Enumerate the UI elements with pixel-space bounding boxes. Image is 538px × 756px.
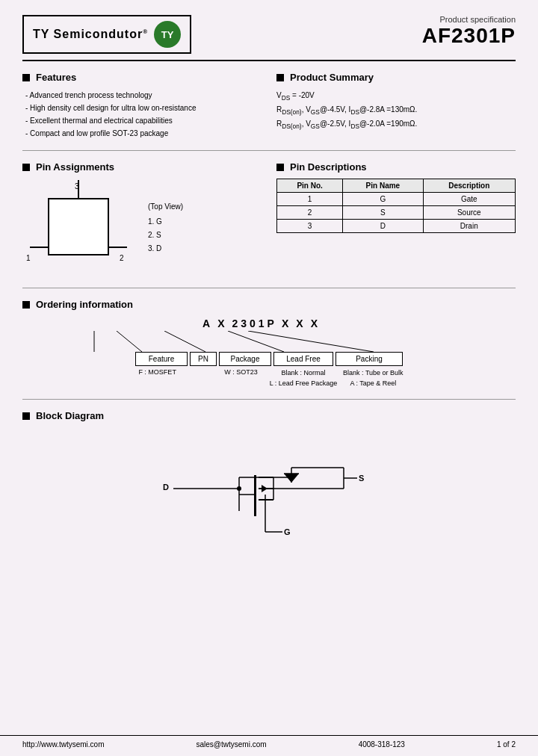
pin-label-2: 2. S — [148, 229, 183, 242]
table-row: 2 S Source — [277, 206, 516, 220]
footer-website: http://www.twtysemi.com — [22, 740, 104, 749]
part-code-x1: X — [217, 317, 227, 329]
part-code-2301p: 2301P — [232, 317, 276, 329]
divider-1 — [22, 150, 516, 151]
mosfet-diagram-svg: D G — [157, 436, 381, 548]
pin-list: 1. G 2. S 3. D — [148, 215, 183, 255]
pin-diagram-area: 1 2 3 (Top View) 1. G 2. S 3. D — [22, 180, 262, 277]
pin-no-1: 1 — [277, 193, 343, 206]
features-list: - Advanced trench process technology - H… — [22, 89, 262, 140]
bullet-icon-5 — [22, 301, 30, 309]
col-pin-no: Pin No. — [277, 179, 343, 193]
pin-descriptions-title: Pin Descriptions — [276, 161, 516, 173]
note-package: W : SOT23 — [215, 368, 268, 376]
logo-icon: TY — [154, 21, 181, 48]
svg-text:S: S — [359, 474, 364, 483]
svg-text:1: 1 — [26, 254, 31, 262]
box-lead-free: Lead Free — [273, 352, 333, 366]
page-header: TY Semicondutor® TY Product specificatio… — [22, 15, 516, 61]
svg-text:D: D — [163, 483, 169, 492]
product-summary-content: VDS = -20V RDS(on), VGS@-4.5V, IDS@-2.8A… — [276, 89, 516, 131]
ordering-title: Ordering information — [22, 299, 516, 310]
svg-rect-16 — [254, 475, 256, 516]
ordering-diagram: A X 2301P X X X — [22, 317, 516, 388]
block-diagram-title: Block Diagram — [22, 410, 516, 421]
product-number: AF2301P — [422, 24, 516, 48]
bullet-icon-6 — [22, 412, 30, 420]
pin-label-1: 1. G — [148, 215, 183, 229]
pin-assignments-section: Pin Assignments 1 2 3 — [22, 161, 262, 277]
rds1-line: RDS(on), VGS@-4.5V, IDS@-2.8A =130mΩ. — [276, 103, 516, 117]
feature-item-4: - Compact and low profile SOT-23 package — [25, 127, 262, 140]
feature-item-3: - Excellent thermal and electrical capab… — [25, 114, 262, 127]
boxes-row: Feature PN Package Lead Free Packing — [135, 352, 403, 366]
vds-line: VDS = -20V — [276, 89, 516, 103]
pin-no-2: 2 — [277, 206, 343, 220]
pin-desc-2: Source — [423, 206, 515, 220]
bullet-icon — [22, 74, 30, 81]
part-code-a: A — [202, 317, 213, 329]
company-logo: TY Semicondutor® TY — [22, 15, 191, 54]
pin-table: Pin No. Pin Name Description 1 G Gate 2 … — [276, 179, 516, 233]
header-right: Product specification AF2301P — [422, 15, 516, 48]
footer-phone: 4008-318-123 — [359, 740, 405, 749]
table-row: 3 D Drain — [277, 220, 516, 233]
company-name: TY Semicondutor® — [33, 28, 148, 41]
svg-text:G: G — [284, 527, 291, 536]
note-lead-free: Blank : Normal L : Lead Free Package — [270, 368, 338, 388]
pin-descriptions-section: Pin Descriptions Pin No. Pin Name Descri… — [276, 161, 516, 277]
features-title: Features — [22, 72, 262, 83]
block-diagram-section: Block Diagram D G — [22, 410, 516, 548]
box-packing: Packing — [336, 352, 403, 366]
spec-label: Product specification — [422, 15, 516, 24]
footer-page: 1 of 2 — [497, 740, 516, 749]
bullet-icon-3 — [22, 164, 30, 171]
bullet-icon-4 — [276, 164, 284, 171]
svg-line-8 — [117, 331, 142, 352]
pin-label-3: 3. D — [148, 242, 183, 255]
registered-mark: ® — [143, 28, 148, 35]
box-package: Package — [219, 352, 271, 366]
svg-marker-27 — [284, 474, 299, 483]
top-view-label: (Top View) — [148, 202, 183, 211]
svg-line-10 — [228, 331, 284, 352]
bullet-icon-2 — [276, 74, 284, 81]
box-feature: Feature — [135, 352, 188, 366]
product-summary-section: Product Summary VDS = -20V RDS(on), VGS@… — [276, 72, 516, 140]
pin-diagram-svg: 1 2 3 — [22, 180, 142, 277]
ordering-notes: F : MOSFET W : SOT23 Blank : Normal L : … — [132, 368, 407, 388]
svg-rect-0 — [49, 199, 108, 255]
rds2-line: RDS(on), VGS@-2.5V, IDS@-2.0A =190mΩ. — [276, 117, 516, 131]
table-row: 1 G Gate — [277, 193, 516, 206]
pin-desc-1: Gate — [423, 193, 515, 206]
pin-section: Pin Assignments 1 2 3 — [22, 161, 516, 277]
note-packing: Blank : Tube or Bulk A : Tape & Reel — [339, 368, 406, 388]
footer-email: sales@twtysemi.com — [197, 740, 267, 749]
box-pn: PN — [190, 352, 217, 366]
col-pin-name: Pin Name — [343, 179, 423, 193]
pin-labels-area: (Top View) 1. G 2. S 3. D — [148, 202, 183, 255]
pin-desc-3: Drain — [423, 220, 515, 233]
part-code-row: A X 2301P X X X — [202, 317, 321, 329]
pin-no-3: 3 — [277, 220, 343, 233]
col-description: Description — [423, 179, 515, 193]
pin-name-1: G — [343, 193, 423, 206]
pin-name-3: D — [343, 220, 423, 233]
svg-line-9 — [164, 331, 205, 352]
page-footer: http://www.twtysemi.com sales@twtysemi.c… — [0, 735, 538, 749]
features-summary-row: Features - Advanced trench process techn… — [22, 72, 516, 140]
pin-assignments-title: Pin Assignments — [22, 161, 262, 173]
svg-text:2: 2 — [120, 254, 124, 262]
svg-marker-36 — [262, 485, 268, 492]
divider-2 — [22, 288, 516, 288]
ordering-section: Ordering information A X 2301P X X X — [22, 299, 516, 388]
part-code-x4: X — [311, 317, 321, 329]
pin-name-2: S — [343, 206, 423, 220]
svg-point-35 — [237, 486, 241, 491]
svg-text:3: 3 — [75, 182, 79, 190]
feature-item-2: - High density cell design for ultra low… — [25, 102, 262, 114]
part-code-x2: X — [282, 317, 291, 329]
note-feature: F : MOSFET — [132, 368, 184, 376]
feature-item-1: - Advanced trench process technology — [25, 89, 262, 102]
features-section: Features - Advanced trench process techn… — [22, 72, 262, 140]
